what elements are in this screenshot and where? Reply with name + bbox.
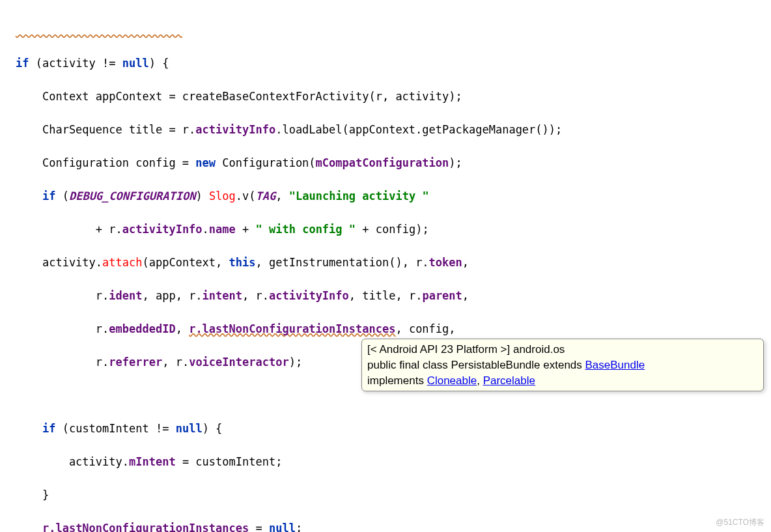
tooltip-implements-line: implements Cloneable, Parcelable (367, 373, 758, 389)
code-line[interactable]: r.embeddedID, r.lastNonConfigurationInst… (16, 321, 771, 338)
keyword-new: new (195, 156, 216, 169)
error-ref: Slog (209, 189, 236, 203)
code-line[interactable]: + r.activityInfo.name + " with config " … (16, 221, 771, 238)
field: voiceInteractor (189, 356, 289, 369)
code-line[interactable]: activity.mIntent = customIntent; (16, 454, 771, 471)
cloneable-link[interactable]: Cloneable (427, 374, 477, 387)
string: "Launching activity " (289, 189, 429, 203)
field: mIntent (129, 455, 176, 468)
code-line[interactable]: } (16, 487, 771, 504)
basebundle-link[interactable]: BaseBundle (585, 359, 645, 371)
code-line[interactable] (16, 22, 771, 39)
warn-field: r.lastNonConfigurationInstances (42, 522, 249, 533)
code-editor[interactable]: if (activity != null) { Context appConte… (0, 0, 771, 532)
keyword-if: if (42, 422, 55, 435)
keyword-if: if (42, 189, 55, 203)
field: ident (109, 289, 142, 302)
code-line[interactable]: Context appContext = createBaseContextFo… (16, 89, 771, 105)
code-line[interactable]: activity.attach(appContext, this, getIns… (16, 255, 771, 272)
code-line[interactable]: CharSequence title = r.activityInfo.load… (16, 122, 771, 139)
constant: DEBUG_CONFIGURATION (69, 189, 195, 203)
documentation-tooltip[interactable]: [< Android API 23 Platform >] android.os… (361, 339, 764, 391)
field: activityInfo (269, 289, 349, 302)
code-line[interactable]: r.ident, app, r.intent, r.activityInfo, … (16, 288, 771, 305)
string: " with config " (256, 223, 356, 236)
keyword-null: null (176, 422, 203, 435)
constant: TAG (256, 189, 276, 203)
code-line[interactable]: Configuration config = new Configuration… (16, 155, 771, 172)
keyword-this: this (229, 256, 256, 269)
code-line[interactable]: if (activity != null) { (16, 55, 771, 72)
field: embeddedID (109, 322, 175, 335)
field: name (209, 223, 236, 236)
field: referrer (109, 356, 162, 369)
field: parent (422, 289, 462, 302)
keyword-null: null (269, 522, 296, 533)
field: activityInfo (122, 223, 203, 236)
field: mCompatConfiguration (316, 156, 449, 169)
code-line[interactable]: r.lastNonConfigurationInstances = null; (16, 520, 771, 533)
warn-field: r.lastNonConfigurationInstances (189, 322, 395, 335)
parcelable-link[interactable]: Parcelable (483, 374, 535, 387)
keyword-null: null (122, 57, 149, 70)
keyword-if: if (16, 57, 29, 70)
field: token (429, 256, 462, 269)
field: intent (203, 289, 242, 302)
tooltip-class-line: public final class PersistableBundle ext… (367, 357, 758, 373)
squiggle (16, 23, 182, 36)
tooltip-header: [< Android API 23 Platform >] android.os (367, 342, 758, 357)
watermark: @51CTO博客 (716, 516, 764, 528)
error-method: attach (102, 256, 142, 269)
code-line[interactable]: if (DEBUG_CONFIGURATION) Slog.v(TAG, "La… (16, 188, 771, 205)
code-line[interactable]: if (customIntent != null) { (16, 421, 771, 438)
field: activityInfo (195, 123, 275, 136)
